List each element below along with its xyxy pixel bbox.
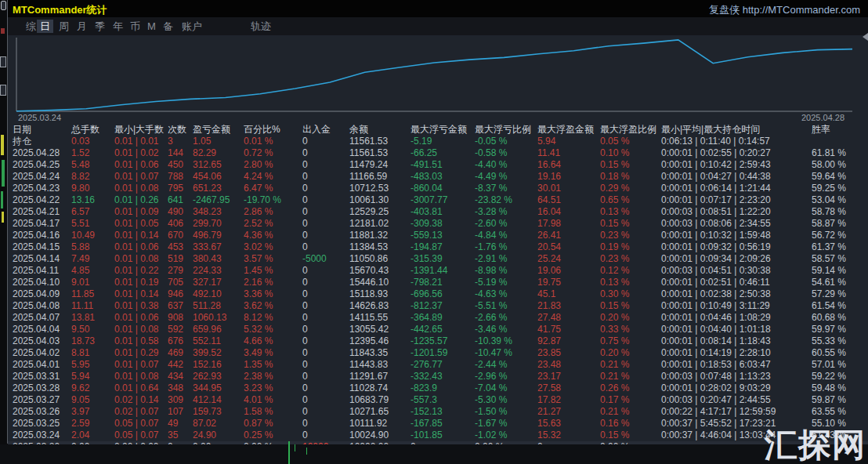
cell-8: 11291.67 (349, 371, 388, 382)
cell-1: 2025.04.11 (13, 265, 59, 277)
table-row[interactable]: 2025.04.0318.730.01 | 0.58676552.114.66 … (8, 335, 868, 347)
cell-8: 15118.93 (349, 288, 388, 300)
table-row[interactable]: 2025.04.109.010.01 | 0.19705327.172.16 %… (8, 277, 868, 288)
cell-4: 442 (168, 359, 183, 371)
cell-11: 23.48 (537, 359, 561, 371)
cell-6: 4.66 % (244, 335, 273, 347)
cell-3: 0.05 | 0.07 (114, 430, 159, 441)
cell-9: -3007.77 (410, 194, 447, 206)
cell-1: 2025.04.21 (13, 206, 60, 218)
cell-1: 2025.03.25 (13, 418, 60, 430)
splitter-handle-icon[interactable] (863, 33, 868, 41)
cell-9: -823.9 (410, 382, 437, 394)
cell-2: 3.97 (71, 406, 89, 418)
table-row[interactable]: 2025.04.049.500.01 | 0.08592659.965.32 %… (8, 324, 868, 335)
menu-item-9[interactable]: 备 (160, 20, 176, 33)
cell-5: 224.33 (193, 265, 222, 277)
cell-5: 344.95 (193, 382, 222, 394)
table-row[interactable]: 2025.04.0713.810.01 | 0.069081060.138.12… (8, 312, 868, 324)
cell-4: 49 (168, 418, 178, 430)
table-row[interactable]: 2025.04.0811.110.01 | 0.38637511.283.62 … (8, 300, 868, 312)
cell-2: 9.50 (71, 324, 89, 335)
cell-9: -1201.59 (410, 347, 447, 359)
cell-10: -23.82 % (475, 194, 512, 206)
cell-3: 0.01 | 0.14 (114, 230, 159, 241)
menu-item-5[interactable]: 季 (92, 20, 108, 33)
cell-12: 0.33 % (600, 324, 629, 335)
table-row[interactable]: 2025.04.239.800.01 | 0.08795651.236.47 %… (8, 183, 868, 194)
table-row[interactable]: 2025.03.242.040.05 | 0.073524.900.25 %01… (8, 430, 868, 441)
cell-1: 2025.04.25 (13, 159, 60, 171)
menu-item-8[interactable]: M (144, 20, 159, 33)
table-row[interactable]: 2025.04.281.520.01 | 0.0214482.290.72 %0… (8, 147, 868, 159)
table-row[interactable]: 2025.04.0911.850.01 | 0.14946492.103.36 … (8, 288, 868, 300)
cell-13: 0:00:01 | 0:10:42 | 2:59:43 (661, 159, 771, 171)
cell-13: 0:00:01 | 0:02:55 | 0:20:27 (661, 147, 771, 159)
menu-item-2[interactable]: 日 (37, 20, 53, 33)
brand-link[interactable]: 复盘侠 http://MTCommander.com (709, 3, 860, 17)
cell-12: 0.30 % (600, 288, 629, 300)
equity-chart-area[interactable]: 2025.03.24 2025.04.28 (8, 35, 868, 124)
table-row[interactable]: 2025.03.315.940.01 | 0.08434262.932.38 %… (8, 371, 868, 382)
cell-11: 45.1 (537, 288, 555, 300)
cell-7: 0 (302, 206, 308, 218)
equity-curve (16, 40, 852, 111)
cell-4: 450 (168, 159, 183, 171)
cell-11: 15.32 (537, 430, 561, 441)
menu-bar: 综日周月季年币M备账户轨迹 (8, 17, 868, 35)
table-row[interactable]: 2025.03.263.970.02 | 0.07107159.731.58 %… (8, 406, 868, 418)
cell-12: 0.05 % (600, 136, 629, 147)
cell-8: 11028.74 (349, 382, 388, 394)
table-row[interactable]: 持仓0.030.01 | 0.0131.050.01 %011561.53-5.… (8, 136, 868, 147)
cell-7: 0 (302, 406, 308, 418)
cell-5: 299.70 (193, 218, 222, 230)
menu-item-7[interactable]: 币 (127, 20, 143, 33)
table-row[interactable]: 2025.03.279.050.02 | 0.14309412.144.01 %… (8, 394, 868, 406)
table-row[interactable]: 2025.04.216.570.01 | 0.09490348.232.86 %… (8, 206, 868, 218)
cell-9: -696.56 (410, 288, 443, 300)
table-row[interactable]: 2025.04.175.510.01 | 0.05406299.702.52 %… (8, 218, 868, 230)
cell-14: 59.25 % (812, 183, 846, 194)
table-row[interactable]: 2025.04.028.810.01 | 0.29469399.523.49 %… (8, 347, 868, 359)
cell-11: 17.98 (537, 218, 561, 230)
cell-2: 10.49 (71, 230, 95, 241)
cell-4: 469 (168, 347, 183, 359)
table-row[interactable]: 2025.03.289.620.01 | 0.64348344.953.23 %… (8, 382, 868, 394)
underlying-red-fragment (1, 28, 5, 34)
table-row[interactable]: 2025.04.2213.160.01 | 0.26641-2467.95-19… (8, 194, 868, 206)
cell-14: 59.97 % (812, 324, 846, 335)
cell-11: 64.51 (537, 194, 561, 206)
equity-chart (8, 35, 868, 124)
cell-7: 0 (302, 335, 308, 347)
table-row[interactable]: 2025.04.248.820.01 | 0.07788454.064.24 %… (8, 171, 868, 183)
table-row[interactable]: 2025.04.114.850.01 | 0.22279224.331.45 %… (8, 265, 868, 277)
cell-9: -5.19 (410, 136, 432, 147)
cell-5: 333.67 (193, 241, 222, 253)
table-row[interactable]: 2025.04.015.950.01 | 0.07442152.161.35 %… (8, 359, 868, 371)
cell-10: -10.39 % (475, 335, 512, 347)
table-row[interactable]: 2025.04.1610.490.01 | 0.14670496.794.36 … (8, 230, 868, 241)
cell-11: 11.41 (537, 147, 560, 159)
table-row[interactable]: 2025.04.155.880.01 | 0.06453333.673.02 %… (8, 241, 868, 253)
menu-item-10[interactable]: 账户 (179, 20, 205, 33)
cell-9: -812.37 (410, 300, 443, 312)
menu-item-3[interactable]: 周 (56, 20, 72, 33)
cell-11: 23.85 (537, 347, 561, 359)
cell-14: 59.22 % (812, 371, 846, 382)
cell-10: -1.67 % (475, 418, 507, 430)
cell-9: -798.21 (410, 277, 443, 288)
table-row[interactable]: 2025.04.147.490.01 | 0.08519380.433.57 %… (8, 253, 868, 265)
menu-item-6[interactable]: 年 (110, 20, 126, 33)
cell-8: 10683.79 (349, 394, 389, 406)
menu-item-4[interactable]: 月 (74, 20, 90, 33)
cell-1: 2025.04.15 (13, 241, 60, 253)
title-bar[interactable]: MTCommander统计 复盘侠 http://MTCommander.com (8, 0, 868, 17)
cell-3: 0.01 | 0.14 (114, 288, 159, 300)
table-row[interactable]: 2025.04.255.480.01 | 0.06450312.652.80 %… (8, 159, 868, 171)
cell-8: 11561.53 (349, 147, 388, 159)
table-row[interactable]: 2025.03.252.590.05 | 0.074987.020.87 %01… (8, 418, 868, 430)
menu-item-11[interactable]: 轨迹 (248, 20, 274, 33)
cell-13: 0:00:03 | 0:08:06 | 2:34:55 (661, 218, 771, 230)
cell-13: 0:00:01 | 0:06:14 | 1:21:44 (661, 183, 771, 194)
cell-7: 0 (302, 382, 308, 394)
